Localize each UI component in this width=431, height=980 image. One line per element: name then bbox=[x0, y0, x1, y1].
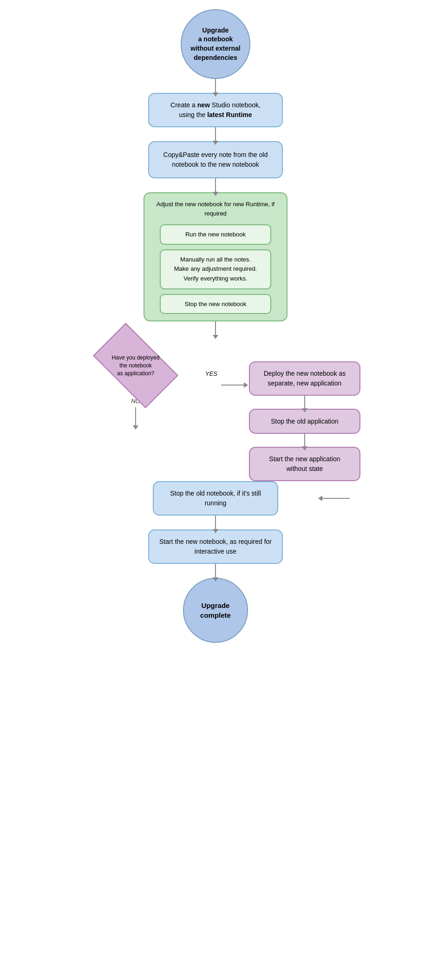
start-label: Upgradea notebookwithout externaldepende… bbox=[186, 21, 245, 67]
arrow-4 bbox=[215, 321, 216, 335]
arrow-3 bbox=[215, 178, 216, 192]
branch-section: Have you deployedthe notebookas applicat… bbox=[0, 335, 431, 481]
arrow-2 bbox=[215, 127, 216, 141]
arrow-yes bbox=[221, 385, 244, 385]
group-title: Adjust the new notebook for new Runtime,… bbox=[154, 200, 277, 218]
deploy-new-notebook: Deploy the new notebook as separate, new… bbox=[249, 361, 360, 396]
end-label: Upgrade complete bbox=[184, 596, 247, 625]
stop-old-application: Stop the old application bbox=[249, 409, 360, 434]
adjust-group: Adjust the new notebook for new Runtime,… bbox=[144, 192, 287, 321]
diamond-wrap: Have you deployedthe notebookas applicat… bbox=[89, 335, 182, 396]
yes-path: YES Deploy the new notebook as separate,… bbox=[205, 361, 365, 481]
start-new-notebook-label: Start the new notebook, as required for … bbox=[158, 537, 273, 556]
step-copy-paste: Copy&Paste every note from the old noteb… bbox=[148, 141, 283, 178]
stop-old-notebook: Stop the old notebook, if it's still run… bbox=[153, 481, 278, 516]
end-node: Upgrade complete bbox=[183, 578, 248, 643]
right-branch: Deploy the new notebook as separate, new… bbox=[244, 361, 365, 481]
deploy-new-notebook-label: Deploy the new notebook as separate, new… bbox=[259, 369, 350, 388]
stop-old-notebook-label: Stop the old notebook, if it's still run… bbox=[163, 489, 268, 508]
yes-arrow-row: YES bbox=[205, 361, 244, 385]
yes-label: YES bbox=[205, 370, 217, 377]
step-create-notebook-label: Create a new Studio notebook,using the l… bbox=[170, 100, 261, 120]
step-copy-paste-label: Copy&Paste every note from the old noteb… bbox=[158, 150, 273, 170]
start-new-app-label: Start the new application without state bbox=[259, 454, 350, 474]
manually-run-notes: Manually run all the notes.Make any adju… bbox=[160, 249, 271, 289]
stop-new-notebook: Stop the new notebook bbox=[160, 294, 271, 314]
merge-section: Stop the old notebook, if it's still run… bbox=[0, 481, 431, 516]
start-new-app-no-state: Start the new application without state bbox=[249, 447, 360, 481]
stop-old-application-label: Stop the old application bbox=[271, 417, 339, 426]
arrow-5 bbox=[215, 516, 216, 529]
start-node: Upgradea notebookwithout externaldepende… bbox=[181, 9, 250, 79]
arrow-1 bbox=[215, 79, 216, 93]
flowchart: Upgradea notebookwithout externaldepende… bbox=[0, 0, 431, 661]
arrow-right-2 bbox=[304, 434, 305, 447]
arrow-6 bbox=[215, 564, 216, 578]
arrow-merge bbox=[322, 498, 350, 499]
left-branch: Have you deployedthe notebookas applicat… bbox=[66, 335, 205, 426]
decision-diamond bbox=[93, 323, 178, 408]
run-new-notebook: Run the new notebook bbox=[160, 224, 271, 245]
merge-arrow bbox=[322, 498, 350, 499]
no-path: NO bbox=[131, 398, 140, 426]
yes-connector: YES bbox=[205, 361, 244, 385]
left-stop-col: Stop the old notebook, if it's still run… bbox=[146, 481, 285, 516]
start-new-notebook: Start the new notebook, as required for … bbox=[148, 529, 283, 564]
arrow-no bbox=[135, 407, 136, 426]
step-create-notebook: Create a new Studio notebook,using the l… bbox=[148, 93, 283, 127]
arrow-right-1 bbox=[304, 396, 305, 409]
